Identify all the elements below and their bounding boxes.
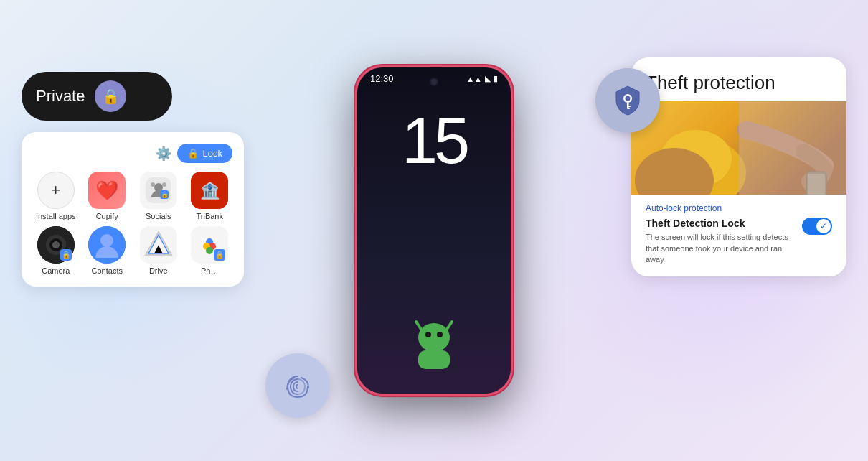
shield-circle [595,68,660,133]
phone-time: 12:30 [370,73,394,84]
list-item[interactable]: Contacts [85,226,131,275]
fingerprint-icon [281,369,314,402]
svg-rect-37 [627,106,631,107]
svg-point-3 [151,182,155,187]
tribank-icon: 🏦 [191,172,228,209]
phone-number: 15 [402,108,466,173]
list-item[interactable]: ▲ Drive [136,226,181,275]
list-item[interactable]: 🔒 Socials [136,172,181,220]
camera-icon: 🔒 [37,226,75,264]
fingerprint-circle[interactable] [265,353,330,418]
svg-point-15 [100,234,113,247]
private-icon-circle: 🔒 [95,80,126,112]
theft-image [631,101,846,195]
svg-text:🔒: 🔒 [160,190,169,199]
list-item[interactable]: 🏦 TriBank [187,172,233,220]
phone-status-icons: ▲▲ ◣ ▮ [466,74,498,83]
svg-text:🔒: 🔒 [62,250,71,259]
left-panel: Private 🔒 ⚙️ 🔒 Lock + Install apps ❤️ Cu… [22,72,244,287]
theft-detection-title: Theft Detection Lock [646,218,795,229]
toggle-knob: ✓ [816,219,831,233]
phone: 12:30 ▲▲ ◣ ▮ 15 [355,65,513,396]
private-pill[interactable]: Private 🔒 [22,72,172,121]
svg-rect-32 [418,350,450,369]
svg-point-11 [52,241,60,248]
contacts-icon [88,226,126,264]
list-item[interactable]: 🔒 Camera [33,226,79,275]
phone-status-bar: 12:30 ▲▲ ◣ ▮ [357,67,511,87]
drive-icon: ▲ [140,226,177,264]
svg-point-2 [162,182,166,187]
theft-panel-body: Auto-lock protection Theft Detection Loc… [631,195,846,276]
svg-rect-38 [627,108,630,109]
shield-key-icon [610,83,645,118]
photos-icon: 🔒 [191,226,228,264]
svg-rect-45 [739,101,846,195]
socials-label: Socials [146,212,171,220]
lock-button[interactable]: 🔒 Lock [177,144,232,163]
svg-text:🔒: 🔒 [215,250,225,259]
svg-point-35 [626,96,631,101]
theft-detection-row: Theft Detection Lock The screen will loc… [646,218,832,265]
list-item[interactable]: 🔒 Ph… [187,226,233,275]
theft-protection-panel: Theft protection Auto-lock protection [631,57,846,276]
theft-protection-title: Theft protection [631,57,846,101]
contacts-label: Contacts [92,266,123,275]
lock-btn-icon: 🔒 [187,148,199,159]
install-apps-label: Install apps [36,212,76,220]
theft-detection-toggle[interactable]: ✓ [802,218,832,235]
cupify-label: Cupify [96,212,118,220]
signal-icon: ▲▲ [466,75,482,83]
photos-label: Ph… [201,266,218,275]
list-item[interactable]: ❤️ Cupify [85,172,131,220]
socials-icon: 🔒 [140,172,177,209]
app-grid-panel: ⚙️ 🔒 Lock + Install apps ❤️ Cupify [22,132,244,287]
wifi-icon: ◣ [485,74,491,83]
svg-point-29 [418,323,450,352]
android-robot [398,315,470,372]
toggle-check-icon: ✓ [820,221,827,231]
svg-point-30 [425,332,431,337]
tribank-label: TriBank [197,212,224,220]
theft-detection-desc: The screen will lock if this setting det… [646,232,795,265]
install-apps-icon: + [37,172,75,209]
lock-icon: 🔒 [102,88,120,105]
app-grid-header: ⚙️ 🔒 Lock [33,144,232,163]
svg-point-31 [437,332,443,337]
phone-screen: 12:30 ▲▲ ◣ ▮ 15 [357,67,511,394]
cupify-icon: ❤️ [88,172,126,209]
settings-gear-icon[interactable]: ⚙️ [156,146,171,162]
list-item[interactable]: + Install apps [33,172,79,220]
svg-text:🏦: 🏦 [200,181,220,200]
svg-text:▲: ▲ [151,241,166,256]
auto-lock-label: Auto-lock protection [646,203,832,213]
battery-icon: ▮ [494,74,498,83]
drive-label: Drive [149,266,168,275]
lock-btn-label: Lock [203,148,222,159]
svg-point-24 [206,247,213,254]
camera-label: Camera [42,266,70,275]
private-label: Private [36,87,85,106]
app-grid: + Install apps ❤️ Cupify [33,172,232,275]
